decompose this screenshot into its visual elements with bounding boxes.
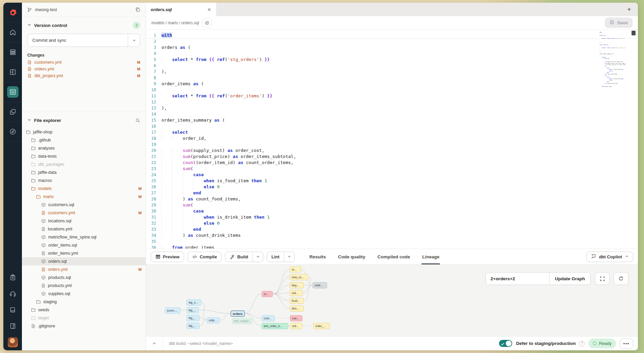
tree-item-orders-sql[interactable]: orders.sql: [22, 257, 146, 265]
new-tab-button[interactable]: +: [620, 3, 638, 16]
lineage-node-orders[interactable]: orders: [231, 311, 245, 317]
changed-file[interactable]: customers.ymlM: [22, 59, 146, 66]
tree-item-products-yml[interactable]: products.yml: [22, 282, 146, 290]
tree-item-marts[interactable]: martsM: [22, 193, 146, 201]
compass-icon[interactable]: [3, 122, 22, 142]
editor-minimap[interactable]: with orders as ( select * from {{ ref('s…: [599, 32, 626, 89]
close-tab-icon[interactable]: [207, 7, 211, 12]
changed-file[interactable]: orders.ymlM: [22, 66, 146, 72]
command-bar-right: Defer to staging/production ? Ready •••: [499, 339, 638, 349]
lint-button[interactable]: Lint: [267, 252, 295, 262]
save-button[interactable]: Save: [605, 18, 633, 28]
update-graph-button[interactable]: Update Graph: [549, 272, 590, 285]
code-editor[interactable]: 1with23orders as (45 select * from {{ re…: [146, 30, 638, 249]
changes-list: customers.ymlMorders.ymlMdbt_project.yml…: [22, 59, 146, 79]
lineage-node-cust[interactable]: cust...: [262, 315, 275, 321]
tree-item-dbt-packages[interactable]: dbt_packages: [22, 160, 146, 168]
help-icon[interactable]: ?: [579, 341, 585, 346]
lineage-node-ecom[interactable]: ecom....: [165, 308, 180, 314]
lineage-node-stg_3[interactable]: stg_...: [186, 323, 200, 329]
tab-orders-sql[interactable]: orders.sql: [146, 3, 216, 16]
lineage-node-y_new[interactable]: new_cu...: [290, 274, 308, 280]
lineage-node-y_food[interactable]: food...: [290, 298, 304, 304]
commit-and-sync-button[interactable]: Commit and sync: [27, 34, 140, 47]
tree-item-data-tests[interactable]: data-tests: [22, 152, 146, 160]
tree-item-jaffle-shop[interactable]: jaffle-shop: [22, 128, 146, 136]
lint-dropdown[interactable]: [284, 252, 294, 262]
lineage-compass-icon[interactable]: [202, 18, 212, 28]
windows-icon[interactable]: [3, 102, 22, 122]
chevron-up-icon[interactable]: [146, 336, 163, 350]
tree-item-order-items-yml[interactable]: order_items.yml: [22, 249, 146, 257]
tree-item-customers-sql[interactable]: customers.sql: [22, 201, 146, 209]
stack-icon[interactable]: [3, 42, 22, 62]
file-explorer-header[interactable]: File explorer: [22, 112, 146, 127]
book-icon[interactable]: [3, 302, 22, 318]
user-avatar[interactable]: [3, 334, 22, 350]
code-editor-icon[interactable]: [3, 82, 22, 102]
file-icon: [41, 227, 46, 231]
code-icon: [192, 254, 197, 259]
lineage-selector-input[interactable]: [486, 272, 549, 285]
lineage-node-g_orde[interactable]: orde...: [313, 282, 327, 288]
lineage-node-y_order3[interactable]: order_...: [313, 323, 330, 329]
commit-options-dropdown[interactable]: [128, 34, 140, 46]
grid-icon[interactable]: [3, 62, 22, 82]
lineage-node-y_ord[interactable]: ord...: [290, 290, 303, 296]
copy-branch-button[interactable]: [135, 7, 140, 12]
build-button[interactable]: Build: [225, 252, 263, 262]
lineage-node-orde1[interactable]: orde...: [207, 317, 220, 323]
tree-item-models[interactable]: modelsM: [22, 185, 146, 193]
tab-compiled-code[interactable]: Compiled code: [378, 249, 410, 264]
tab-lineage[interactable]: Lineage: [422, 249, 439, 264]
home-icon[interactable]: [3, 23, 22, 42]
dbt-copilot-button[interactable]: dbt Copilot: [586, 252, 633, 262]
version-control-header[interactable]: Version control 3: [22, 17, 146, 32]
tree-item-supplies-sql[interactable]: supplies.sql: [22, 290, 146, 298]
lineage-node-or_pink[interactable]: or...: [262, 291, 273, 297]
more-options-button[interactable]: •••: [620, 339, 633, 349]
tree-item--gitignore[interactable]: .gitignore: [22, 322, 146, 330]
tree-item-target[interactable]: target: [22, 314, 146, 322]
compile-button[interactable]: Compile: [187, 252, 222, 262]
tree-item-customers-yml[interactable]: customers.ymlM: [22, 209, 146, 217]
lineage-node-cus_pink[interactable]: cus...: [290, 315, 302, 321]
changed-file[interactable]: dbt_project.ymlM: [22, 72, 146, 79]
tree-item-staging[interactable]: staging: [22, 298, 146, 306]
dbt-command-input[interactable]: dbt build --select <model_name>: [163, 341, 499, 346]
tree-item-orders-yml[interactable]: orders.ymlM: [22, 265, 146, 274]
tab-code-quality[interactable]: Code quality: [338, 249, 365, 264]
lineage-node-test_sup[interactable]: test_supply...: [232, 318, 252, 324]
tree-item-seeds[interactable]: seeds: [22, 306, 146, 314]
search-icon[interactable]: [135, 118, 140, 123]
refresh-icon[interactable]: [614, 272, 628, 285]
lineage-node-y_drin[interactable]: drin...: [290, 306, 304, 312]
tree-item-order-items-sql[interactable]: order_items.sql: [22, 241, 146, 249]
clipboard-icon[interactable]: [3, 269, 22, 286]
tree-item-jaffle-data[interactable]: jaffle-data: [22, 168, 146, 176]
lineage-node-stg_2[interactable]: stg_...: [186, 315, 200, 321]
lineage-node-y_or[interactable]: or...: [290, 266, 301, 272]
tree-item-analyses[interactable]: analyses: [22, 144, 146, 152]
tree-item-locations-sql[interactable]: locations.sql: [22, 217, 146, 225]
lineage-node-test_oi[interactable]: test_order_it...: [262, 323, 288, 329]
preview-button[interactable]: Preview: [151, 252, 184, 262]
tree-item-metricflow-time-spine-sql[interactable]: metricflow_time_spine.sql: [22, 233, 146, 241]
headset-icon[interactable]: [3, 286, 22, 302]
lineage-node-y_larg[interactable]: larg...: [290, 282, 304, 288]
tree-item-macros[interactable]: macros: [22, 176, 146, 185]
lineage-node-y_ord2[interactable]: ord...: [290, 323, 302, 329]
lineage-node-stg_1[interactable]: stg_...: [186, 307, 199, 313]
panel-icon[interactable]: [3, 318, 22, 334]
tree-item--github[interactable]: .github: [22, 136, 146, 144]
tree-item-products-sql[interactable]: products.sql: [22, 274, 146, 282]
defer-toggle[interactable]: [499, 340, 512, 347]
dbt-logo-icon[interactable]: [3, 3, 22, 23]
lineage-node-stg_o[interactable]: stg_o...: [186, 299, 201, 306]
tab-results[interactable]: Results: [310, 249, 326, 264]
tree-item-locations-yml[interactable]: locations.yml: [22, 225, 146, 233]
editor-scrollbar-thumb[interactable]: [632, 31, 636, 35]
fullscreen-icon[interactable]: [595, 272, 610, 285]
folder-icon: [31, 146, 36, 151]
build-dropdown[interactable]: [253, 252, 263, 262]
